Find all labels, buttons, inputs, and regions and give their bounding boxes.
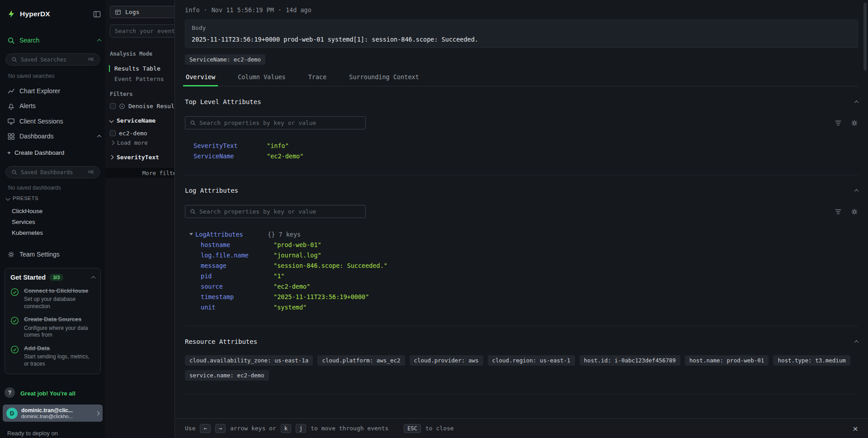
logo-row: HyperDX bbox=[7, 7, 101, 21]
denoise-label: Denoise Results bbox=[128, 103, 175, 110]
presets-toggle[interactable]: PRESETS bbox=[6, 195, 38, 201]
sidebar-item-label: Alerts bbox=[19, 102, 101, 110]
sidebar-item-alerts[interactable]: Alerts bbox=[7, 99, 101, 113]
tree-root-row[interactable]: LogAttributes {} 7 keys bbox=[185, 229, 858, 239]
attribute-value[interactable]: "2025-11-11T23:56:19+0000" bbox=[274, 293, 369, 300]
saved-dashboards-input[interactable]: Saved Dashboards ⌘K bbox=[5, 166, 100, 178]
attribute-value[interactable]: "ec2-demo" bbox=[274, 283, 310, 290]
tab[interactable]: Trace bbox=[307, 69, 328, 86]
step-title: Add Data bbox=[24, 345, 95, 352]
sidebar-item-client-sessions[interactable]: Client Sessions bbox=[7, 114, 101, 128]
filter-group-servicename[interactable]: ServiceName bbox=[110, 117, 156, 124]
bell-icon bbox=[7, 102, 15, 110]
attribute-value[interactable]: "journal.log" bbox=[274, 252, 321, 259]
collapse-section-icon[interactable] bbox=[855, 189, 858, 192]
footer-text: Use bbox=[185, 425, 195, 432]
attribute-value[interactable]: "systemd" bbox=[274, 304, 307, 311]
attribute-value[interactable]: "prod-web-01" bbox=[274, 241, 321, 248]
resource-tag[interactable]: cloud.provider: aws bbox=[410, 355, 483, 366]
help-button[interactable]: ? bbox=[5, 387, 15, 398]
search-icon bbox=[11, 57, 17, 62]
property-search-input[interactable] bbox=[199, 119, 361, 126]
analysis-mode-option[interactable]: Event Patterns bbox=[109, 76, 164, 82]
analysis-mode-option[interactable]: Results Table bbox=[109, 65, 160, 72]
k-key: k bbox=[281, 424, 291, 433]
property-search-input[interactable] bbox=[199, 208, 361, 215]
attribute-value[interactable]: "info" bbox=[267, 142, 289, 149]
load-more-button[interactable]: Load more bbox=[111, 139, 148, 146]
attribute-key[interactable]: unit bbox=[201, 304, 274, 311]
collapse-sidebar-icon[interactable] bbox=[93, 10, 101, 18]
get-started-step[interactable]: Create Data Sources Configure where your… bbox=[10, 316, 95, 338]
source-label: Logs bbox=[125, 9, 139, 15]
option-label: ec2-demo bbox=[119, 130, 147, 137]
preset-item[interactable]: Services bbox=[12, 217, 101, 227]
sidebar-item-search[interactable]: Search bbox=[7, 33, 101, 47]
scrollbar-thumb[interactable] bbox=[863, 3, 867, 71]
attribute-key[interactable]: hostname bbox=[201, 241, 274, 248]
resource-tag[interactable]: host.name: prod-web-01 bbox=[685, 355, 769, 366]
tab[interactable]: Column Values bbox=[237, 69, 287, 86]
option-checkbox[interactable] bbox=[110, 130, 116, 136]
service-name-tag[interactable]: ServiceName: ec2-demo bbox=[185, 54, 265, 65]
attribute-key[interactable]: log.file.name bbox=[201, 252, 274, 259]
filters-label: Filters bbox=[110, 91, 133, 97]
denoise-icon bbox=[119, 103, 125, 110]
filter-lines-icon[interactable] bbox=[835, 208, 842, 215]
filter-option-ec2-demo[interactable]: ec2-demo bbox=[110, 130, 147, 137]
sidebar-item-team-settings[interactable]: Team Settings bbox=[7, 248, 101, 261]
source-select[interactable]: Logs bbox=[110, 6, 175, 18]
resource-tag[interactable]: cloud.availability_zone: us-east-1a bbox=[185, 355, 313, 366]
chevron-up-icon[interactable] bbox=[92, 276, 95, 279]
resource-tag[interactable]: cloud.region: us-east-1 bbox=[488, 355, 575, 366]
sidebar-item-chart-explorer[interactable]: Chart Explorer bbox=[7, 84, 101, 98]
attribute-value[interactable]: "session-846.scope: Succeeded." bbox=[274, 262, 387, 269]
denoise-filter[interactable]: Denoise Results bbox=[110, 103, 175, 110]
attribute-value[interactable]: "1" bbox=[274, 272, 284, 280]
section-title: Top Level Attributes bbox=[185, 98, 261, 105]
event-search-box[interactable] bbox=[110, 24, 175, 38]
resource-tag[interactable]: host.type: t3.medium bbox=[773, 355, 850, 366]
attribute-value[interactable]: "ec2-demo" bbox=[267, 152, 303, 160]
search-icon bbox=[190, 209, 196, 214]
tab[interactable]: Surrounding Context bbox=[348, 69, 420, 86]
sidebar-item-dashboards[interactable]: Dashboards bbox=[7, 129, 101, 143]
create-dashboard-label: Create Dashboard bbox=[14, 149, 64, 156]
denoise-checkbox[interactable] bbox=[110, 103, 116, 109]
event-search-input[interactable] bbox=[115, 28, 175, 34]
attribute-row: unit "systemd" bbox=[185, 302, 858, 312]
attribute-key[interactable]: timestamp bbox=[201, 293, 274, 300]
step-desc: Configure where your data comes from bbox=[24, 325, 95, 339]
tab[interactable]: Overview bbox=[185, 69, 216, 86]
get-started-step[interactable]: Add Data Start sending logs, metrics, or… bbox=[10, 345, 95, 367]
get-started-step[interactable]: Connect to ClickHouse Set up your databa… bbox=[10, 287, 95, 310]
preset-label: Kubernetes bbox=[12, 229, 43, 236]
collapse-section-icon[interactable] bbox=[855, 100, 858, 104]
resource-tag[interactable]: cloud.platform: aws_ec2 bbox=[317, 355, 405, 366]
resource-tag[interactable]: service.name: ec2-demo bbox=[185, 370, 269, 381]
filter-lines-icon[interactable] bbox=[835, 119, 842, 127]
attribute-key[interactable]: SeverityText bbox=[193, 142, 267, 149]
user-menu[interactable]: D dominic.tran@clic... dominic.tran@clic… bbox=[3, 405, 103, 422]
gear-icon[interactable] bbox=[851, 208, 858, 215]
event-header: info · Nov 11 5:56:19 PM · 14d ago bbox=[185, 0, 858, 14]
more-filters-button[interactable]: More filters bbox=[105, 168, 175, 178]
gear-icon[interactable] bbox=[851, 119, 858, 127]
property-search-box[interactable] bbox=[185, 205, 366, 218]
preset-item[interactable]: Kubernetes bbox=[12, 228, 101, 238]
attribute-key[interactable]: ServiceName bbox=[193, 152, 267, 160]
saved-searches-input[interactable]: Saved Searches ⌘K bbox=[5, 53, 100, 66]
preset-item[interactable]: ClickHouse bbox=[12, 206, 101, 216]
filter-group-severitytext[interactable]: SeverityText bbox=[110, 154, 159, 161]
sidebar-item-label: Client Sessions bbox=[19, 118, 101, 125]
attribute-key[interactable]: source bbox=[201, 283, 274, 290]
event-timestamp: Nov 11 5:56:19 PM bbox=[212, 6, 274, 14]
attribute-key[interactable]: LogAttributes bbox=[195, 231, 268, 238]
property-search-box[interactable] bbox=[185, 116, 366, 129]
collapse-section-icon[interactable] bbox=[855, 340, 858, 343]
create-dashboard-button[interactable]: + Create Dashboard bbox=[7, 149, 64, 156]
attribute-key[interactable]: pid bbox=[201, 272, 274, 280]
close-icon[interactable]: × bbox=[853, 424, 858, 433]
resource-tag[interactable]: host.id: i-0abc123def456789 bbox=[580, 355, 680, 366]
attribute-key[interactable]: message bbox=[201, 262, 274, 269]
